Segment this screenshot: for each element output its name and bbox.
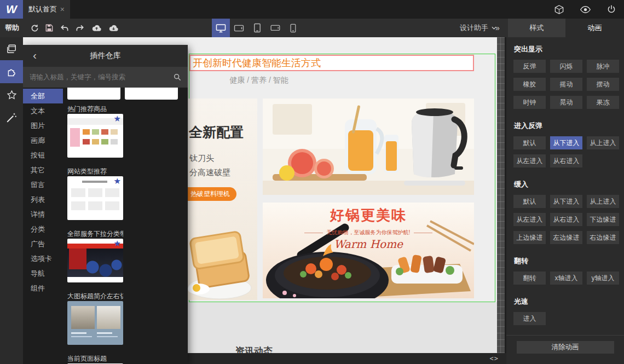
tab-style[interactable]: 样式 <box>508 19 565 37</box>
plugin-library-panel: ‹ 插件仓库 全部文本图片画廊按钮其它留言列表详情分类广告选项卡导航组件 热门推… <box>23 45 188 364</box>
plugin-item-thumbnail[interactable] <box>67 301 123 345</box>
animation-button[interactable]: 翻转 <box>513 271 546 285</box>
animation-button[interactable]: 从右进入 <box>550 154 582 167</box>
animation-button[interactable]: 左边缘进 <box>550 231 582 244</box>
animation-button[interactable]: 摆动 <box>587 78 619 91</box>
device-preview-switcher <box>212 19 302 37</box>
animation-button[interactable]: 从右进入 <box>550 213 582 226</box>
animation-button[interactable]: 从左进入 <box>513 154 546 167</box>
help-button[interactable]: 帮助 <box>5 19 19 37</box>
animation-button[interactable]: 摇动 <box>550 78 582 91</box>
animation-button[interactable]: 默认 <box>513 195 546 208</box>
plugin-item-thumbnail[interactable] <box>67 88 120 100</box>
save-icon[interactable] <box>45 24 53 32</box>
desktop-icon[interactable] <box>212 19 230 37</box>
power-icon[interactable] <box>606 4 616 14</box>
banner-feature-2: 分高速破壁 <box>189 167 230 178</box>
animation-panel: 突出显示反弹闪烁脉冲橡胶摇动摆动时钟晃动果冻进入反弹默认从下进入从上进入从左进入… <box>506 37 624 364</box>
plugin-category-item[interactable]: 全部 <box>23 89 63 103</box>
animation-button[interactable]: 下边缘进 <box>587 213 619 226</box>
plugin-category-item[interactable]: 组件 <box>23 281 63 296</box>
redo-icon[interactable] <box>76 24 85 32</box>
plugin-item[interactable]: 大图标题简介左右切... <box>67 291 123 345</box>
plugin-category-item[interactable]: 图片 <box>23 118 63 133</box>
animation-button[interactable]: y轴进入 <box>587 271 619 285</box>
favorite-star-icon[interactable]: ★ <box>114 239 121 249</box>
favorite-star-icon[interactable]: ★ <box>114 176 121 186</box>
plugin-category-item[interactable]: 导航 <box>23 266 63 281</box>
plugin-item-thumbnail[interactable] <box>125 88 178 100</box>
clear-animation-button[interactable]: 清除动画 <box>517 341 614 354</box>
favorites-star-icon[interactable] <box>0 83 23 106</box>
code-view-icon[interactable]: <> <box>490 355 499 362</box>
plugin-item-thumbnail[interactable]: ★ <box>67 239 123 282</box>
animation-button[interactable]: 右边缘进 <box>587 231 619 244</box>
plugin-category-item[interactable]: 画廊 <box>23 133 63 148</box>
plugin-item-thumbnail[interactable]: ★ <box>67 114 123 158</box>
plugin-item-thumbnail[interactable]: ★ <box>67 176 123 220</box>
plugin-item[interactable]: 全部服务下拉分类带...★ <box>67 229 123 282</box>
phone-landscape-icon[interactable] <box>266 19 284 37</box>
favorite-star-icon[interactable]: ★ <box>114 114 121 124</box>
cloud-download-icon[interactable] <box>108 24 119 32</box>
components-cube-icon[interactable] <box>554 4 564 15</box>
collapse-panel-button[interactable]: » <box>495 19 500 37</box>
plugin-category-item[interactable]: 按钮 <box>23 148 63 163</box>
animation-button[interactable]: 反弹 <box>513 60 546 73</box>
plugin-category-item[interactable]: 广告 <box>23 236 63 251</box>
pages-icon[interactable] <box>0 37 23 60</box>
app-logo[interactable]: W <box>0 0 23 19</box>
wok-banner-image[interactable]: 好锅更美味 无忧购物，至诚服务为你保驾护航! Warm Home <box>263 203 474 298</box>
animation-button[interactable]: 脉冲 <box>587 60 619 73</box>
refresh-icon[interactable] <box>31 24 39 32</box>
animation-button[interactable]: 时钟 <box>513 96 546 109</box>
plugin-category-item[interactable]: 详情 <box>23 207 63 222</box>
preview-eye-icon[interactable] <box>580 5 591 14</box>
animation-button[interactable]: 默认 <box>513 136 546 149</box>
magnifier-icon[interactable] <box>174 73 181 81</box>
tablet-landscape-icon[interactable] <box>230 19 248 37</box>
animation-button[interactable]: 从下进入 <box>550 195 582 208</box>
close-tab-icon[interactable]: × <box>60 5 65 14</box>
plugin-category-item[interactable]: 分类 <box>23 222 63 236</box>
phone-portrait-icon[interactable] <box>284 19 302 37</box>
plugin-category-item[interactable]: 其它 <box>23 163 63 177</box>
animation-button[interactable]: 晃动 <box>550 96 582 109</box>
headline-text-block[interactable]: 开创新时代健康智能生活方式 <box>189 55 474 71</box>
cloud-upload-icon[interactable] <box>91 24 102 32</box>
tablet-portrait-icon[interactable] <box>248 19 266 37</box>
animation-button[interactable]: 从左进入 <box>513 213 546 226</box>
plugin-category-item[interactable]: 文本 <box>23 103 63 118</box>
animation-button[interactable]: 从上进入 <box>587 195 619 208</box>
design-assistant-dropdown[interactable]: 设计助手 <box>460 19 496 37</box>
plugin-item[interactable]: 热门推荐商品★ <box>67 104 123 158</box>
plugin-search-input[interactable] <box>30 73 169 81</box>
animation-button[interactable]: 从下进入 <box>550 136 582 149</box>
animation-button[interactable]: 上边缘进 <box>513 231 546 244</box>
tab-animation[interactable]: 动画 <box>565 19 624 37</box>
headline-subtitle[interactable]: 健康 / 营养 / 智能 <box>226 76 292 85</box>
canvas-vertical-ruler[interactable] <box>497 37 505 353</box>
plugins-puzzle-icon[interactable] <box>0 60 23 83</box>
animation-button[interactable]: x轴进入 <box>550 271 582 285</box>
page-tab[interactable]: 默认首页 × <box>23 0 70 19</box>
kettle-banner-image[interactable] <box>263 99 474 195</box>
tools-wand-icon[interactable] <box>0 106 23 129</box>
animation-section: 缓入默认从下进入从上进入从左进入从右进入下边缘进上边缘进左边缘进右边缘进 <box>513 180 624 249</box>
plugin-category-item[interactable]: 选项卡 <box>23 251 63 266</box>
animation-button[interactable]: 进入 <box>513 312 546 325</box>
main-sidebar <box>0 37 23 364</box>
animation-button[interactable]: 果冻 <box>587 96 619 109</box>
plugin-item[interactable]: 当前页面标题— 会员风采 — <box>67 354 123 364</box>
plugin-item[interactable]: 网站类型推荐★ <box>67 166 123 220</box>
animation-button[interactable]: 闪烁 <box>550 60 582 73</box>
plugin-panel-title: 插件仓库 <box>90 51 121 61</box>
back-chevron-icon[interactable]: ‹ <box>33 48 37 62</box>
banner-feature-1: 钛刀头 <box>189 153 214 164</box>
animation-button[interactable]: 从上进入 <box>587 136 619 149</box>
undo-icon[interactable] <box>60 24 69 32</box>
plugin-category-item[interactable]: 留言 <box>23 177 63 192</box>
plugin-category-item[interactable]: 列表 <box>23 192 63 207</box>
product-banner-left[interactable]: 全新配置 钛刀头 分高速破壁 热破壁料理机 <box>188 99 257 300</box>
animation-button[interactable]: 橡胶 <box>513 78 546 91</box>
